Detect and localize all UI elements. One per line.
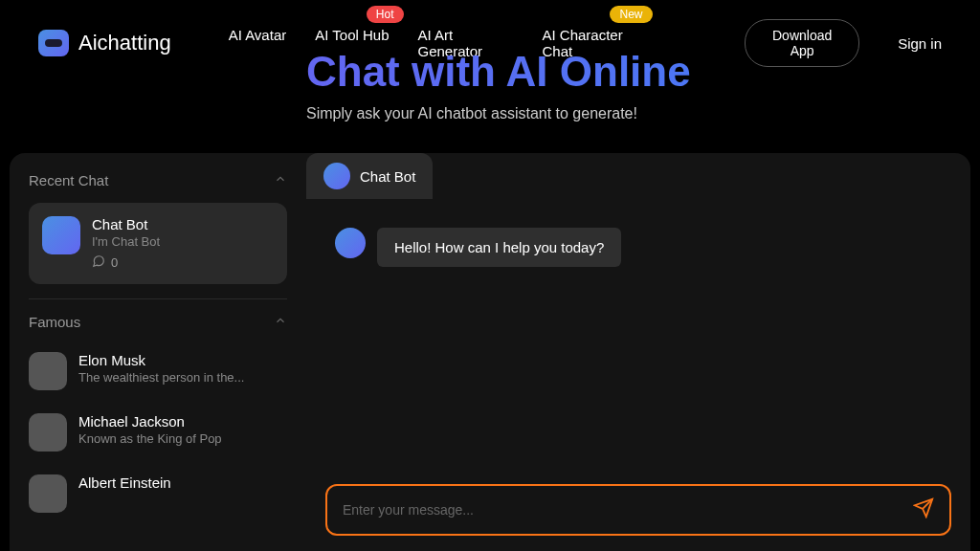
chat-meta: 0	[92, 254, 274, 271]
person-name: Michael Jackson	[78, 413, 287, 430]
new-badge: New	[610, 6, 652, 23]
chatbot-avatar	[42, 216, 80, 254]
message-icon	[92, 254, 105, 271]
message-count: 0	[111, 255, 118, 270]
chat-desc: I'm Chat Bot	[92, 234, 274, 249]
chat-name: Chat Bot	[92, 216, 274, 232]
person-avatar	[29, 413, 67, 452]
famous-list: Elon Musk The wealthiest person in the..…	[29, 344, 287, 520]
divider	[29, 298, 287, 299]
person-name: Albert Einstein	[78, 474, 287, 491]
chevron-up-icon	[274, 172, 287, 188]
famous-title: Famous	[29, 314, 80, 330]
tab-name: Chat Bot	[360, 168, 415, 185]
person-name: Elon Musk	[78, 352, 287, 368]
person-avatar	[29, 352, 67, 390]
famous-header[interactable]: Famous	[29, 314, 287, 330]
send-icon[interactable]	[913, 497, 934, 522]
chat-info: Chat Bot I'm Chat Bot 0	[92, 216, 274, 271]
input-area	[306, 470, 970, 551]
tab-avatar-icon	[323, 163, 350, 189]
message-input[interactable]	[343, 502, 913, 518]
hero-subtitle: Simply ask your AI chatbot assistant to …	[306, 105, 980, 122]
recent-chat-title: Recent Chat	[29, 172, 108, 188]
sidebar: Recent Chat Chat Bot I'm Chat Bot 0 Famo…	[10, 153, 306, 551]
messages-area: Hello! How can I help you today?	[306, 199, 970, 470]
hero-title: Chat with AI Online	[306, 48, 980, 96]
bot-avatar-icon	[335, 228, 366, 258]
person-desc: The wealthiest person in the...	[78, 370, 287, 385]
chevron-up-icon	[274, 314, 287, 330]
chat-panel: Chat Bot Hello! How can I help you today…	[306, 153, 970, 551]
recent-chat-item[interactable]: Chat Bot I'm Chat Bot 0	[29, 203, 287, 284]
recent-chat-header[interactable]: Recent Chat	[29, 172, 287, 188]
famous-item-elon-musk[interactable]: Elon Musk The wealthiest person in the..…	[29, 344, 287, 398]
chat-tab-active[interactable]: Chat Bot	[306, 153, 433, 199]
person-desc: Known as the King of Pop	[78, 431, 287, 446]
famous-item-michael-jackson[interactable]: Michael Jackson Known as the King of Pop	[29, 406, 287, 459]
bot-message: Hello! How can I help you today?	[335, 228, 942, 267]
person-avatar	[29, 474, 67, 513]
hero-section: Chat with AI Online Simply ask your AI c…	[0, 48, 980, 142]
input-box	[325, 484, 951, 536]
message-bubble: Hello! How can I help you today?	[377, 228, 621, 267]
hot-badge: Hot	[367, 6, 404, 23]
famous-item-albert-einstein[interactable]: Albert Einstein	[29, 467, 287, 520]
